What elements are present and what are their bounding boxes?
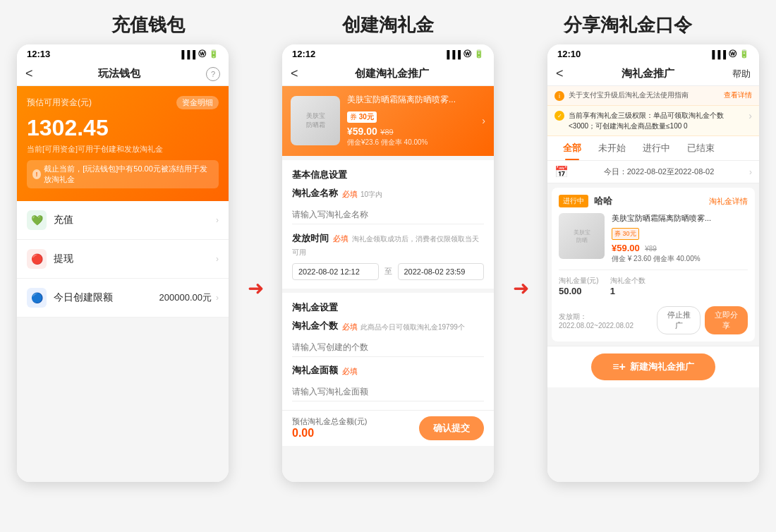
- new-btn-label: 新建淘礼金推广: [630, 361, 694, 373]
- name-input[interactable]: [292, 205, 484, 224]
- help-button-1[interactable]: ?: [206, 67, 220, 81]
- back-button-3[interactable]: <: [556, 66, 564, 81]
- wallet-detail-btn[interactable]: 资金明细: [176, 96, 219, 109]
- arrow2: ➜: [499, 277, 542, 300]
- time-required: 必填: [333, 234, 348, 243]
- camp-product-image: 美肤宝防晒: [559, 213, 605, 259]
- campaign-name: 哈哈: [594, 195, 612, 207]
- name-hint: 10字内: [360, 190, 382, 200]
- coupon-tag-2: 券 30元: [347, 111, 377, 123]
- signal-icon-1: ▐▐▐: [179, 50, 195, 59]
- nav-title-3: 淘礼金推广: [622, 67, 674, 80]
- wallet-menu: 💚 充值 › 🔴 提现 ›: [17, 201, 229, 318]
- campaign-detail-link[interactable]: 淘礼金详情: [709, 196, 748, 207]
- share-button[interactable]: 立即分享: [705, 306, 748, 334]
- product-card-2[interactable]: 美肤宝防晒霜 美肤宝防晒霜隔离防晒喷雾... 券 30元 ¥59.00 ¥89 …: [282, 86, 494, 156]
- new-campaign-button[interactable]: ≡+ 新建淘礼金推广: [591, 353, 715, 380]
- stat-value-count: 1: [610, 286, 645, 296]
- count-required: 必填: [342, 322, 358, 332]
- arrow1: ➜: [234, 277, 277, 300]
- total-value: 0.00: [292, 427, 367, 440]
- title-step3: 分享淘礼金口令: [508, 13, 748, 37]
- menu-label-recharge: 充值: [54, 214, 73, 226]
- stat-label-count: 淘礼金个数: [610, 276, 645, 286]
- campaign-stats: 淘礼金量(元) 50.00 淘礼金个数 1: [559, 270, 748, 296]
- campaign-footer: 发放期：2022.08.02~2022.08.02 停止推广 立即分享: [559, 302, 748, 334]
- chevron-icon-limit: ›: [216, 293, 219, 303]
- signal-icon-2: ▐▐▐: [444, 50, 461, 59]
- status-time-2: 12:12: [292, 49, 315, 59]
- notice-link[interactable]: 查看详情: [724, 90, 752, 100]
- basic-form-section: 基本信息设置 淘礼金名称 必填 10字内 发放时间 必填 淘礼金领取成功后，消费…: [282, 160, 494, 289]
- title-step1: 充值钱包: [28, 13, 268, 37]
- warn-icon: !: [32, 169, 41, 179]
- privilege-arrow-icon: ›: [748, 110, 752, 121]
- price-after-2: ¥59.00: [347, 126, 377, 137]
- limit-value: 200000.00元: [159, 291, 212, 304]
- campaign-date: 发放期：2022.08.02~2022.08.02: [559, 312, 657, 330]
- product-chevron-2: ›: [482, 115, 485, 126]
- tab-ongoing[interactable]: 进行中: [634, 136, 679, 160]
- back-button-1[interactable]: <: [25, 66, 33, 81]
- wallet-label: 预估可用资金(元): [27, 97, 92, 109]
- tab-not-started[interactable]: 未开始: [590, 136, 634, 160]
- notice-bar: i 关于支付宝升级后淘礼金无法使用指南 查看详情: [547, 86, 759, 106]
- nav-bar-3: < 淘礼金推广 帮助: [547, 62, 759, 86]
- date-filter[interactable]: 📅 今日：2022-08-02至2022-08-02 ›: [547, 161, 759, 183]
- camp-product-name: 美肤宝防晒霜隔离防晒喷雾...: [612, 213, 748, 223]
- status-badge: 进行中: [559, 195, 588, 207]
- red-arrow-1: ➜: [248, 277, 264, 300]
- recharge-icon: 💚: [27, 210, 47, 230]
- amount-input[interactable]: [292, 382, 484, 401]
- time-start[interactable]: 2022-08-02 12:12: [292, 263, 379, 280]
- notice-icon: i: [554, 91, 564, 101]
- battery-icon-1: 🔋: [209, 49, 219, 59]
- status-time-3: 12:10: [557, 49, 581, 59]
- tab-bar: 全部 未开始 进行中 已结束: [547, 136, 759, 161]
- battery-icon-2: 🔋: [474, 49, 484, 59]
- privilege-icon: ✓: [554, 111, 564, 121]
- privilege-text: 当前享有淘礼金三级权限：单品可领取淘礼金个数<3000；可创建淘礼金商品数量≤1…: [569, 110, 744, 131]
- back-button-2[interactable]: <: [291, 66, 298, 81]
- stat-value-amount: 50.00: [559, 286, 599, 296]
- phone3-share: 12:10 ▐▐▐ ⓦ 🔋 < 淘礼金推广 帮助 i 关于支付宝升级后淘礼金无法…: [547, 44, 759, 482]
- stop-button[interactable]: 停止推广: [657, 306, 701, 334]
- product-name-2: 美肤宝防晒霜隔离防晒喷雾...: [347, 95, 475, 106]
- name-label: 淘礼金名称: [292, 187, 338, 200]
- submit-button[interactable]: 确认提交: [419, 416, 484, 440]
- new-btn-icon: ≡+: [612, 361, 626, 373]
- submit-footer: 预估淘礼金总金额(元) 0.00 确认提交: [282, 410, 494, 446]
- wallet-frozen: ! 截止当前，[玩法钱包]中有50.00元被冻结用于发放淘礼金: [27, 160, 219, 188]
- total-label: 预估淘礼金总金额(元): [292, 416, 367, 427]
- status-time-1: 12:13: [27, 49, 50, 59]
- date-filter-text: 今日：2022-08-02至2022-08-02: [604, 167, 715, 177]
- stat-item-count: 淘礼金个数 1: [610, 276, 645, 296]
- tab-all[interactable]: 全部: [554, 136, 590, 160]
- count-hint: 此商品今日可领取淘礼金19799个: [360, 322, 465, 332]
- product-img-placeholder: 美肤宝防晒霜: [291, 96, 340, 145]
- menu-item-recharge[interactable]: 💚 充值 ›: [17, 201, 229, 240]
- amount-label: 淘礼金面额: [292, 364, 338, 377]
- status-bar-1: 12:13 ▐▐▐ ⓦ 🔋: [17, 44, 229, 62]
- help-link-3[interactable]: 帮助: [732, 68, 751, 80]
- menu-label-withdraw: 提现: [54, 253, 73, 265]
- menu-item-withdraw[interactable]: 🔴 提现 ›: [17, 240, 229, 279]
- privilege-bar[interactable]: ✓ 当前享有淘礼金三级权限：单品可领取淘礼金个数<3000；可创建淘礼金商品数量…: [547, 106, 759, 136]
- tab-ended[interactable]: 已结束: [679, 136, 723, 160]
- campaign-product: 美肤宝防晒 美肤宝防晒霜隔离防晒喷雾... 券 30元 ¥59.00 ¥89: [559, 213, 748, 264]
- time-end[interactable]: 2022-08-02 23:59: [398, 263, 485, 280]
- red-arrow-2: ➜: [513, 277, 529, 300]
- time-label: 发放时间: [292, 233, 329, 243]
- stat-label-amount: 淘礼金量(元): [559, 276, 599, 286]
- product-image-2: 美肤宝防晒霜: [291, 96, 340, 145]
- camp-commission: 佣金 ¥ 23.60 佣金率 40.00%: [612, 254, 748, 264]
- campaign-card: 进行中 哈哈 淘礼金详情 美肤宝防晒 美肤宝防晒霜隔离防晒喷雾... 券 30元: [552, 188, 755, 341]
- menu-item-limit[interactable]: 🔵 今日创建限额 200000.00元 ›: [17, 279, 229, 318]
- chevron-icon-withdraw: ›: [216, 254, 219, 264]
- status-icons-3: ▐▐▐ ⓦ 🔋: [710, 49, 749, 59]
- nav-bar-1: < 玩法钱包 ?: [17, 62, 229, 86]
- count-input[interactable]: [292, 338, 484, 357]
- limit-icon: 🔵: [27, 288, 47, 308]
- nav-title-2: 创建淘礼金推广: [355, 67, 429, 80]
- basic-section-title: 基本信息设置: [292, 169, 484, 181]
